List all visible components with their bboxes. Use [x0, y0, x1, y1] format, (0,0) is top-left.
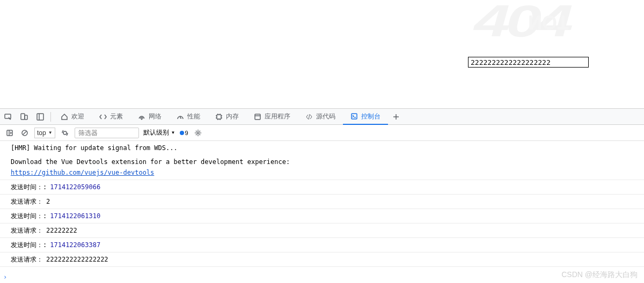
tab-performance[interactable]: 性能: [169, 109, 208, 125]
log-value: 2222222222222222: [46, 254, 108, 265]
tab-sources[interactable]: 源代码: [298, 109, 343, 125]
tab-label: 源代码: [316, 112, 335, 121]
context-selector[interactable]: top ▼: [34, 128, 55, 138]
svg-point-5: [141, 118, 142, 120]
svg-rect-2: [25, 115, 27, 120]
console-toolbar: top ▼ 默认级别 ▼ 9: [0, 125, 644, 141]
tab-label: 性能: [187, 112, 200, 121]
issues-badge[interactable]: 9: [180, 130, 188, 136]
log-level-selector[interactable]: 默认级别 ▼: [143, 128, 175, 137]
devtools-tabs-bar: 欢迎 元素 网络 性能 内存 应用程序 源代码 控制台: [0, 109, 644, 125]
tab-label: 元素: [110, 112, 123, 121]
devtools-panel: 欢迎 元素 网络 性能 内存 应用程序 源代码 控制台: [0, 108, 644, 283]
dock-side-icon[interactable]: [32, 109, 48, 125]
console-prompt[interactable]: ›: [0, 271, 644, 283]
svg-rect-0: [5, 114, 11, 118]
console-log-row: 发送请求：2222222222222222: [0, 252, 644, 267]
memory-icon: [215, 113, 223, 121]
divider: [50, 112, 51, 122]
application-icon: [254, 113, 261, 121]
level-label: 默认级别: [143, 128, 169, 137]
svg-point-14: [63, 131, 67, 135]
console-log-row: [HMR] Waiting for update signal from WDS…: [0, 141, 644, 155]
chevron-down-icon: ▼: [171, 130, 175, 135]
log-label: 发送请求：: [11, 196, 43, 207]
tab-label: 网络: [149, 112, 162, 121]
svg-rect-6: [217, 115, 221, 119]
log-label: 发送请求：: [11, 225, 43, 236]
svg-point-15: [197, 132, 199, 134]
tab-welcome[interactable]: 欢迎: [53, 109, 92, 125]
log-label: 发送时间：:: [11, 182, 47, 192]
tab-memory[interactable]: 内存: [208, 109, 246, 125]
tab-label: 控制台: [361, 112, 380, 121]
log-label: 发送时间：:: [11, 240, 47, 250]
log-value: 1714122063387: [50, 240, 100, 250]
log-label: 发送时间：:: [11, 211, 47, 221]
log-value: 22222222: [46, 225, 77, 236]
tab-elements[interactable]: 元素: [92, 109, 130, 125]
console-log-row: 发送请求：2: [0, 195, 644, 209]
add-tab-icon[interactable]: [388, 109, 404, 125]
console-log-row: 发送时间：:1714122063387: [0, 238, 644, 252]
context-label: top: [37, 129, 46, 137]
toggle-sidebar-icon[interactable]: [4, 128, 15, 138]
log-label: 发送请求：: [11, 254, 43, 265]
svg-rect-1: [21, 114, 25, 120]
devtools-link[interactable]: https://github.com/vuejs/vue-devtools: [11, 169, 154, 176]
badge-count: 9: [185, 130, 188, 136]
filter-input[interactable]: [75, 128, 139, 138]
performance-icon: [177, 113, 184, 121]
console-icon: [350, 113, 358, 120]
log-value: 1714122061310: [50, 211, 100, 221]
clear-console-icon[interactable]: [19, 128, 30, 138]
sources-icon: [305, 113, 313, 121]
page-content: 404 NOT: [0, 0, 644, 108]
settings-icon[interactable]: [193, 128, 203, 138]
tab-label: 内存: [226, 112, 239, 121]
log-value: 1714122059066: [50, 182, 100, 192]
log-message: [HMR] Waiting for update signal from WDS…: [11, 143, 178, 153]
background-not-text: NOT: [528, 11, 569, 33]
console-log-row: 发送时间：:1714122061310: [0, 209, 644, 224]
home-icon: [61, 113, 68, 121]
tab-application[interactable]: 应用程序: [246, 109, 298, 125]
svg-rect-3: [37, 114, 43, 120]
device-toggle-icon[interactable]: [16, 109, 32, 125]
svg-line-13: [23, 131, 26, 135]
svg-rect-7: [255, 114, 260, 120]
chevron-down-icon: ▼: [48, 130, 53, 135]
text-input[interactable]: [468, 57, 589, 68]
live-expression-icon[interactable]: [60, 128, 70, 138]
console-output[interactable]: [HMR] Waiting for update signal from WDS…: [0, 141, 644, 271]
log-value: 2: [46, 196, 50, 207]
tab-label: 应用程序: [265, 112, 290, 121]
inspect-element-icon[interactable]: [0, 109, 16, 125]
elements-icon: [99, 113, 107, 121]
network-icon: [138, 113, 145, 121]
tab-console[interactable]: 控制台: [343, 109, 388, 125]
tab-network[interactable]: 网络: [130, 109, 169, 125]
console-log-row: 发送时间：:1714122059066: [0, 180, 644, 195]
badge-dot-icon: [180, 131, 184, 135]
log-message: Download the Vue Devtools extension for …: [11, 157, 290, 178]
console-log-row: Download the Vue Devtools extension for …: [0, 155, 644, 180]
console-log-row: 发送请求：22222222: [0, 224, 644, 238]
tab-label: 欢迎: [71, 112, 84, 121]
